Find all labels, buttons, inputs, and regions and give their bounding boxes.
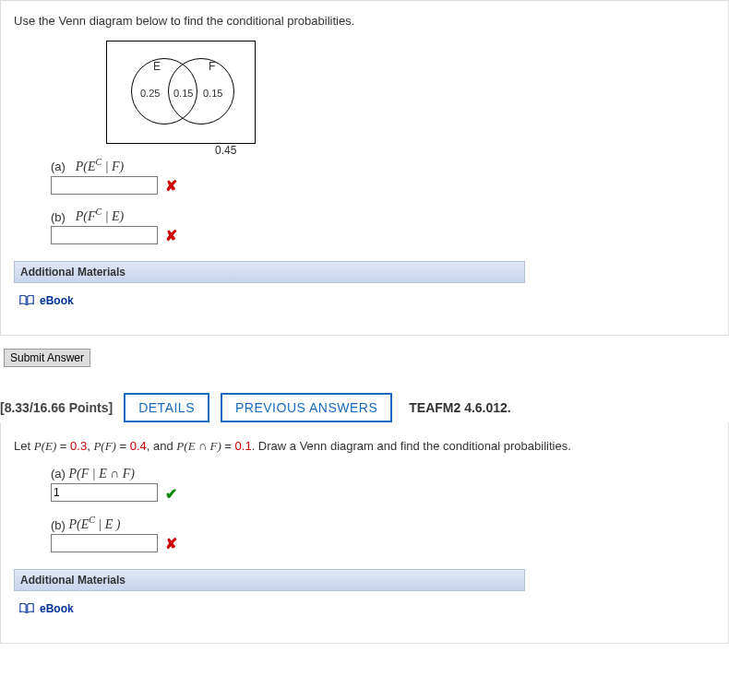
additional-materials-header: Additional Materials — [14, 261, 525, 283]
correct-icon: ✔ — [165, 486, 177, 502]
q2-part-b-input[interactable] — [51, 534, 158, 552]
venn-only-F: 0.15 — [203, 88, 222, 99]
previous-answers-button[interactable]: PREVIOUS ANSWERS — [221, 393, 392, 422]
venn-intersection: 0.15 — [173, 88, 193, 99]
points-display: [8.33/16.66 Points] — [0, 400, 113, 415]
book-icon — [19, 295, 34, 306]
question-2-header: [8.33/16.66 Points] DETAILS PREVIOUS ANS… — [0, 393, 729, 422]
part-a-marker: (a) — [51, 160, 66, 173]
venn-box: E F 0.25 0.15 0.15 — [106, 41, 256, 144]
wrong-icon: ✘ — [165, 536, 177, 552]
part-a-expr: P(F | E ∩ F) — [69, 467, 136, 481]
submit-answer-button[interactable]: Submit Answer — [4, 349, 90, 367]
wrong-icon: ✘ — [165, 228, 177, 243]
part-b-expr: P(EC | E ) — [69, 517, 121, 531]
q1-instruction: Use the Venn diagram below to find the c… — [14, 14, 715, 28]
q2-part-a-answer-row: ✔ — [51, 483, 715, 502]
wrong-icon: ✘ — [165, 178, 177, 194]
part-b-marker: (b) — [51, 209, 66, 223]
part-b-marker: (b) — [51, 517, 66, 531]
ebook-label: eBook — [40, 602, 74, 615]
q1-part-b-answer-row: ✘ — [51, 226, 715, 244]
ebook-label: eBook — [40, 294, 74, 307]
q1-part-b-label: (b) P(FC | E) — [51, 208, 715, 225]
q1-part-b-input[interactable] — [51, 226, 158, 244]
q1-part-a-input[interactable] — [51, 176, 158, 195]
q2-prompt: Let P(E) = 0.3, P(F) = 0.4, and P(E ∩ F)… — [14, 439, 715, 454]
additional-materials-header: Additional Materials — [14, 569, 525, 591]
ebook-link[interactable]: eBook — [19, 602, 715, 615]
details-button[interactable]: DETAILS — [124, 393, 209, 422]
question-1: Use the Venn diagram below to find the c… — [0, 0, 729, 336]
book-icon — [19, 603, 34, 614]
q1-part-a-answer-row: ✘ — [51, 176, 715, 195]
venn-diagram: E F 0.25 0.15 0.15 0.45 — [106, 41, 715, 144]
q2-part-a-input[interactable] — [51, 483, 158, 502]
q2-part-b-label: (b) P(EC | E ) — [51, 516, 715, 533]
question-reference: TEAFM2 4.6.012. — [409, 400, 511, 415]
part-a-marker: (a) — [51, 467, 66, 481]
venn-only-E: 0.25 — [140, 88, 160, 99]
submit-row: Submit Answer — [4, 349, 729, 367]
venn-outside: 0.45 — [215, 144, 236, 157]
ebook-link[interactable]: eBook — [19, 294, 715, 307]
q2-part-b-answer-row: ✘ — [51, 534, 715, 552]
q2-part-a-label: (a) P(F | E ∩ F) — [51, 467, 715, 481]
part-a-expr: P(EC | F) — [76, 160, 125, 173]
question-2: Let P(E) = 0.3, P(F) = 0.4, and P(E ∩ F)… — [0, 422, 729, 644]
q1-part-a-label: (a) P(EC | F) — [51, 157, 715, 174]
part-b-expr: P(FC | E) — [76, 209, 125, 223]
venn-label-E: E — [153, 60, 161, 73]
venn-label-F: F — [209, 60, 215, 73]
